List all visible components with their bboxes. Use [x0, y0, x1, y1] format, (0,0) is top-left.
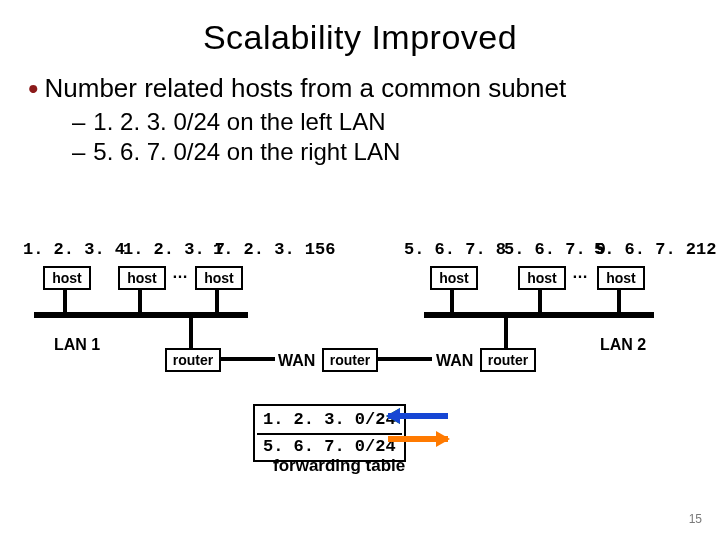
subbullet-text: 1. 2. 3. 0/24 on the left LAN	[93, 108, 385, 135]
bullet-level2: –1. 2. 3. 0/24 on the left LAN	[72, 108, 692, 136]
ip-label: 5. 6. 7. 8	[404, 240, 506, 259]
lan-label: LAN 2	[600, 336, 646, 354]
ip-label: 1. 2. 3. 156	[213, 240, 335, 259]
ip-label: 1. 2. 3. 4	[23, 240, 125, 259]
arrow-right-icon	[388, 433, 448, 445]
ip-label: 1. 2. 3. 7	[123, 240, 225, 259]
router-box: router	[165, 348, 221, 372]
host-box: host	[195, 266, 243, 290]
forwarding-table: 1. 2. 3. 0/24 5. 6. 7. 0/24	[253, 404, 406, 462]
fwd-row: 1. 2. 3. 0/24	[257, 408, 402, 431]
router-up-link	[189, 318, 193, 348]
host-box: host	[597, 266, 645, 290]
ellipsis-icon: …	[172, 264, 188, 282]
host-leg	[450, 290, 454, 314]
lan-bus	[34, 312, 248, 318]
wan-label: WAN	[278, 352, 315, 370]
lan-bus	[424, 312, 654, 318]
router-up-link	[504, 318, 508, 348]
router-box: router	[480, 348, 536, 372]
host-leg	[538, 290, 542, 314]
wan-link	[376, 357, 432, 361]
lan-label: LAN 1	[54, 336, 100, 354]
network-diagram: 1. 2. 3. 4 1. 2. 3. 7 1. 2. 3. 156 host …	[0, 240, 720, 520]
forwarding-table-label: forwarding table	[273, 456, 405, 476]
bullet-level2: –5. 6. 7. 0/24 on the right LAN	[72, 138, 692, 166]
router-box: router	[322, 348, 378, 372]
bullet-block: •Number related hosts from a common subn…	[0, 57, 720, 166]
fwd-row: 5. 6. 7. 0/24	[257, 433, 402, 458]
host-box: host	[118, 266, 166, 290]
bullet-level1: •Number related hosts from a common subn…	[28, 73, 692, 104]
host-box: host	[430, 266, 478, 290]
slide-title: Scalability Improved	[0, 0, 720, 57]
wan-label: WAN	[436, 352, 473, 370]
arrow-left-icon	[388, 410, 448, 422]
host-box: host	[43, 266, 91, 290]
ip-label: 5. 6. 7. 9	[504, 240, 606, 259]
ellipsis-icon: …	[572, 264, 588, 282]
page-number: 15	[689, 512, 702, 526]
host-leg	[617, 290, 621, 314]
subbullet-text: 5. 6. 7. 0/24 on the right LAN	[93, 138, 400, 165]
host-leg	[138, 290, 142, 314]
host-leg	[63, 290, 67, 314]
host-box: host	[518, 266, 566, 290]
ip-label: 5. 6. 7. 212	[594, 240, 716, 259]
wan-link	[219, 357, 275, 361]
host-leg	[215, 290, 219, 314]
bullet-text: Number related hosts from a common subne…	[45, 73, 567, 103]
